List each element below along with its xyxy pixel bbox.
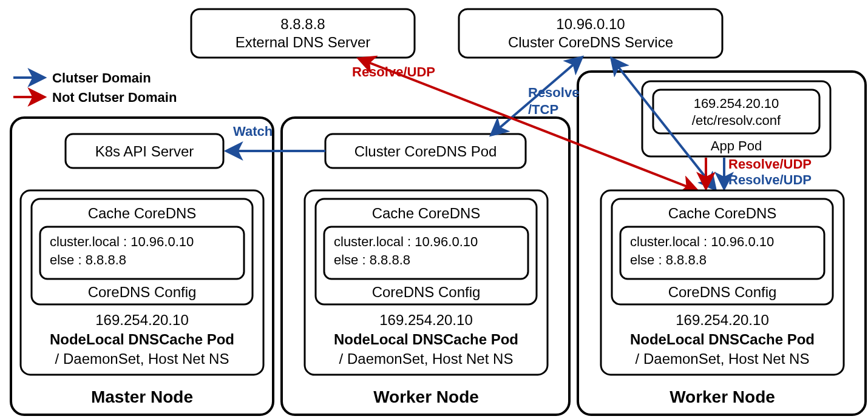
cache-rule1-2: cluster.local : 10.96.0.10: [334, 234, 478, 249]
k8s-api-server-label: K8s API Server: [95, 143, 194, 159]
cache-ip-2: 169.254.20.10: [379, 312, 472, 328]
dnscache-worker1: Cache CoreDNS cluster.local : 10.96.0.10…: [305, 190, 548, 375]
master-node-label: Master Node: [91, 387, 193, 406]
external-dns-box: 8.8.8.8 External DNS Server: [191, 9, 415, 58]
cache-rule2-1: else : 8.8.8.8: [50, 252, 126, 267]
label-resolve-udp-red-short: Resolve/UDP: [728, 156, 812, 172]
app-pod-resolv-ip: 169.254.20.10: [694, 96, 779, 111]
external-dns-name: External DNS Server: [236, 34, 371, 50]
legend-cluster-domain: Clutser Domain: [52, 70, 151, 85]
cache-ds-2: / DaemonSet, Host Net NS: [339, 350, 514, 367]
cluster-coredns-pod-label: Cluster CoreDNS Pod: [354, 143, 497, 159]
cache-ip-3: 169.254.20.10: [676, 312, 768, 328]
cluster-coredns-pod-box: Cluster CoreDNS Pod: [325, 134, 526, 168]
label-resolve-udp-blue-short: Resolve/UDP: [728, 172, 812, 187]
external-dns-ip: 8.8.8.8: [280, 16, 325, 32]
cache-config-3: CoreDNS Config: [668, 284, 777, 300]
cache-podname-2: NodeLocal DNSCache Pod: [334, 331, 518, 347]
legend-not-cluster-domain: Not Clutser Domain: [52, 90, 177, 105]
dnscache-worker2: Cache CoreDNS cluster.local : 10.96.0.10…: [601, 190, 844, 375]
label-resolve-udp-red-long: Resolve/UDP: [352, 64, 435, 79]
label-watch: Watch: [233, 124, 273, 139]
legend: Clutser Domain Not Clutser Domain: [13, 70, 177, 105]
cache-rule2-2: else : 8.8.8.8: [334, 252, 410, 267]
dnscache-master: Cache CoreDNS cluster.local : 10.96.0.10…: [21, 190, 263, 375]
app-pod-box: 169.254.20.10 /etc/resolv.conf App Pod: [642, 81, 830, 156]
cache-config-2: CoreDNS Config: [372, 284, 481, 300]
app-pod-label: App Pod: [711, 138, 762, 153]
k8s-api-server-box: K8s API Server: [66, 134, 223, 168]
label-resolve-tcp-2: /TCP: [528, 102, 558, 117]
cache-ip-1: 169.254.20.10: [95, 312, 188, 328]
cache-podname-1: NodeLocal DNSCache Pod: [50, 331, 234, 347]
worker-node-2-label: Worker Node: [670, 387, 775, 406]
worker-node-1-label: Worker Node: [373, 387, 479, 406]
coredns-svc-name: Cluster CoreDNS Service: [508, 34, 673, 50]
app-pod-resolv-file: /etc/resolv.conf: [692, 113, 781, 128]
label-resolve-tcp-1: Resolve: [528, 85, 579, 100]
cache-rule1-3: cluster.local : 10.96.0.10: [630, 234, 774, 249]
cache-coredns-title-1: Cache CoreDNS: [88, 205, 197, 221]
cache-rule2-3: else : 8.8.8.8: [630, 252, 707, 267]
cache-ds-1: / DaemonSet, Host Net NS: [55, 350, 229, 367]
coredns-svc-ip: 10.96.0.10: [556, 16, 625, 32]
cache-config-1: CoreDNS Config: [88, 284, 197, 300]
cache-rule1-1: cluster.local : 10.96.0.10: [50, 234, 194, 249]
cache-coredns-title-2: Cache CoreDNS: [372, 205, 481, 221]
cache-ds-3: / DaemonSet, Host Net NS: [636, 350, 810, 367]
cluster-coredns-service-box: 10.96.0.10 Cluster CoreDNS Service: [459, 9, 722, 58]
cache-coredns-title-3: Cache CoreDNS: [668, 205, 777, 221]
cache-podname-3: NodeLocal DNSCache Pod: [630, 331, 815, 347]
